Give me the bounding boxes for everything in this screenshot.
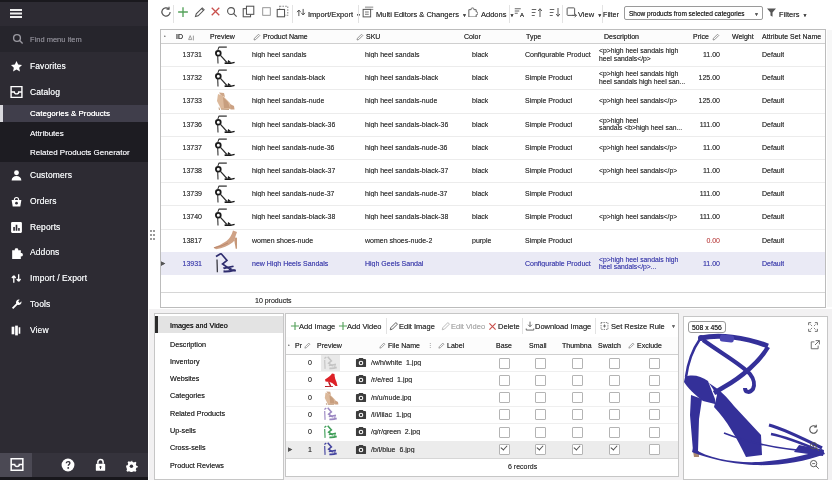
svg-text:A: A bbox=[520, 12, 524, 18]
